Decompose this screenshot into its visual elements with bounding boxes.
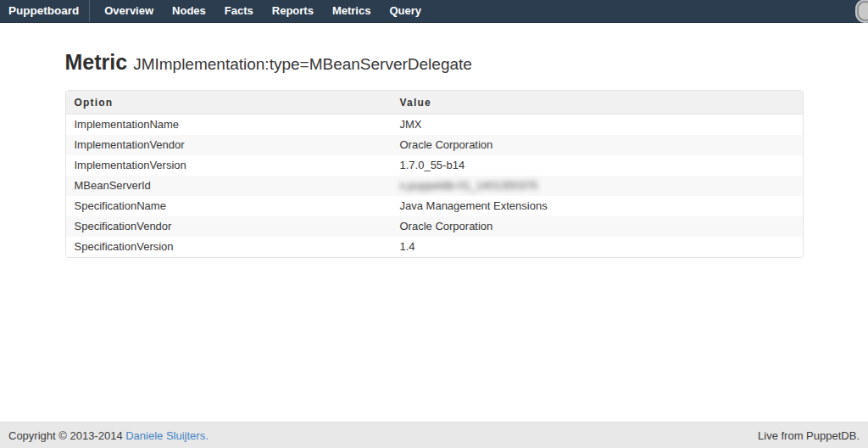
- table-row: SpecificationVersion 1.4: [66, 237, 803, 257]
- nav-item-overview[interactable]: Overview: [95, 0, 163, 22]
- copyright-text: Copyright © 2013-2014: [8, 429, 125, 442]
- column-header-option: Option: [66, 91, 392, 115]
- nav-item-reports[interactable]: Reports: [263, 0, 323, 22]
- page-title-text: Metric: [65, 50, 128, 74]
- footer: Copyright © 2013-2014 Daniele Sluijters.…: [0, 422, 868, 448]
- table-row: MBeanServerId x.puppetdb-01_1401350375: [66, 176, 803, 196]
- table-row: ImplementationName JMX: [66, 115, 803, 135]
- metric-table-container: Option Value ImplementationName JMX Impl…: [65, 90, 804, 258]
- metric-table: Option Value ImplementationName JMX Impl…: [66, 91, 803, 257]
- page-title: MetricJMImplementation:type=MBeanServerD…: [65, 51, 804, 76]
- option-cell: ImplementationVendor: [66, 135, 392, 155]
- footer-status: Live from PuppetDB.: [758, 429, 860, 442]
- option-cell: MBeanServerId: [66, 176, 392, 196]
- table-row: SpecificationName Java Management Extens…: [66, 196, 803, 216]
- option-cell: ImplementationName: [66, 115, 392, 135]
- value-cell: Oracle Corporation: [392, 216, 803, 237]
- value-cell: Java Management Extensions: [392, 196, 803, 216]
- value-cell: JMX: [392, 115, 803, 135]
- nav-item-facts[interactable]: Facts: [215, 0, 263, 22]
- nav-item-metrics[interactable]: Metrics: [323, 0, 381, 22]
- table-header-row: Option Value: [66, 91, 803, 115]
- page-subtitle: JMImplementation:type=MBeanServerDelegat…: [133, 55, 472, 73]
- table-row: ImplementationVersion 1.7.0_55-b14: [66, 155, 803, 176]
- navbar: Puppetboard Overview Nodes Facts Reports…: [0, 0, 868, 23]
- table-row: SpecificationVendor Oracle Corporation: [66, 216, 803, 237]
- option-cell: ImplementationVersion: [66, 155, 392, 176]
- nav-item-nodes[interactable]: Nodes: [163, 0, 215, 22]
- table-row: ImplementationVendor Oracle Corporation: [66, 135, 803, 155]
- footer-copyright: Copyright © 2013-2014 Daniele Sluijters.: [8, 429, 209, 442]
- column-header-value: Value: [392, 91, 803, 115]
- value-cell: 1.7.0_55-b14: [392, 155, 803, 176]
- option-cell: SpecificationVendor: [66, 216, 392, 237]
- value-cell: Oracle Corporation: [392, 135, 803, 155]
- nav-item-query[interactable]: Query: [380, 0, 431, 22]
- scrollbar-thumb[interactable]: [857, 1, 868, 21]
- option-cell: SpecificationName: [66, 196, 392, 216]
- main-content: MetricJMImplementation:type=MBeanServerD…: [65, 51, 804, 258]
- author-link[interactable]: Daniele Sluijters.: [125, 429, 209, 442]
- value-cell: x.puppetdb-01_1401350375: [392, 176, 803, 196]
- value-cell: 1.4: [392, 237, 803, 257]
- option-cell: SpecificationVersion: [66, 237, 392, 257]
- navbar-brand[interactable]: Puppetboard: [8, 0, 90, 22]
